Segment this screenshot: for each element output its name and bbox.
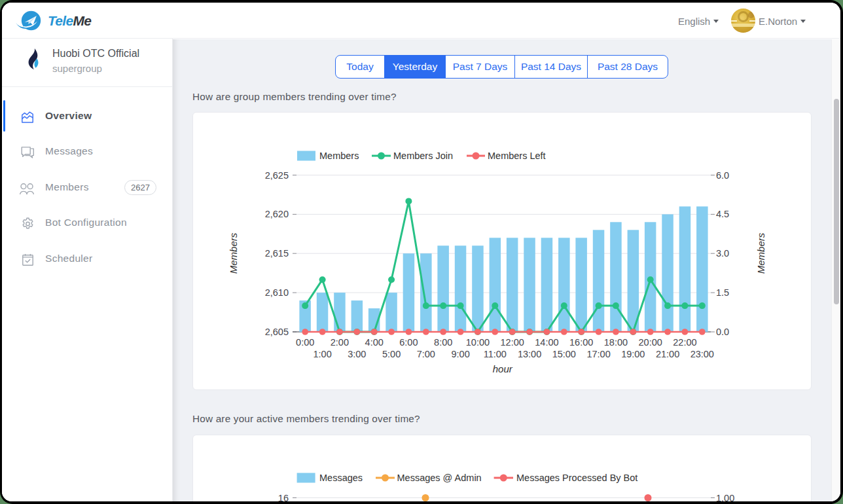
svg-text:6:00: 6:00 [399, 337, 418, 348]
svg-text:4.5: 4.5 [716, 209, 729, 219]
svg-text:12:00: 12:00 [501, 337, 524, 348]
svg-text:22:00: 22:00 [673, 337, 696, 348]
svg-text:1.00: 1.00 [716, 492, 734, 501]
svg-text:0.0: 0.0 [716, 327, 729, 337]
svg-text:Members: Members [319, 151, 359, 161]
svg-text:5:00: 5:00 [382, 349, 401, 359]
svg-text:2,625: 2,625 [265, 170, 289, 180]
svg-text:3:00: 3:00 [348, 349, 366, 359]
svg-text:1:00: 1:00 [313, 349, 331, 359]
svg-text:2,620: 2,620 [265, 209, 289, 219]
svg-text:16: 16 [278, 492, 289, 501]
svg-text:19:00: 19:00 [621, 349, 645, 359]
svg-text:2,610: 2,610 [265, 287, 289, 298]
svg-text:Members Left: Members Left [488, 151, 546, 161]
svg-text:11:00: 11:00 [484, 349, 507, 359]
svg-text:6.0: 6.0 [716, 170, 729, 180]
svg-text:23:00: 23:00 [691, 349, 714, 359]
svg-text:1.5: 1.5 [716, 287, 729, 298]
svg-text:16:00: 16:00 [569, 337, 593, 348]
svg-text:9:00: 9:00 [451, 349, 469, 359]
svg-text:10:00: 10:00 [466, 337, 490, 348]
svg-text:20:00: 20:00 [639, 337, 662, 348]
svg-text:Messages @ Admin: Messages @ Admin [397, 473, 482, 483]
svg-text:0:00: 0:00 [296, 337, 314, 348]
svg-text:8:00: 8:00 [434, 337, 452, 348]
svg-text:17:00: 17:00 [586, 349, 610, 359]
svg-text:2,605: 2,605 [265, 327, 289, 337]
svg-text:15:00: 15:00 [552, 349, 576, 359]
svg-text:Messages Processed By Bot: Messages Processed By Bot [516, 473, 637, 483]
svg-text:21:00: 21:00 [656, 349, 679, 359]
svg-text:18:00: 18:00 [604, 337, 628, 348]
svg-text:2,615: 2,615 [265, 248, 289, 259]
svg-text:4:00: 4:00 [365, 337, 384, 348]
svg-text:Members: Members [755, 232, 766, 274]
svg-text:3.0: 3.0 [716, 248, 729, 259]
svg-text:2:00: 2:00 [331, 337, 349, 348]
svg-text:Messages: Messages [319, 473, 363, 483]
svg-text:Members Join: Members Join [393, 151, 453, 161]
svg-text:13:00: 13:00 [518, 349, 541, 359]
svg-text:14:00: 14:00 [535, 337, 558, 348]
svg-text:7:00: 7:00 [417, 349, 435, 359]
svg-text:hour: hour [493, 363, 513, 374]
svg-text:Members: Members [228, 232, 239, 274]
